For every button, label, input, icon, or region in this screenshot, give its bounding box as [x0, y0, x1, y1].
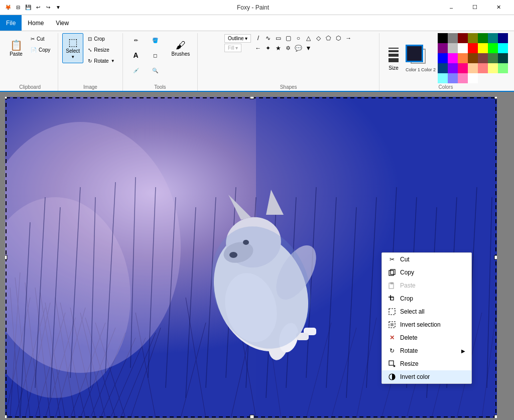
ctx-item-invert-color[interactable]: Invert color [382, 370, 471, 383]
shape-callout[interactable]: 💬 [293, 43, 303, 53]
shape-triangle[interactable]: △ [303, 33, 313, 43]
palette-color-9[interactable] [458, 43, 468, 53]
palette-color-7[interactable] [438, 43, 448, 53]
shape-ellipse[interactable]: ○ [293, 33, 303, 43]
palette-color-4[interactable] [478, 33, 488, 43]
copy-button[interactable]: 📄 Copy [27, 44, 54, 55]
palette-color-27[interactable] [498, 63, 508, 73]
palette-color-15[interactable] [448, 53, 458, 63]
canvas-area[interactable]: ✂CutCopyPasteCropSelect allInvert select… [0, 92, 514, 420]
palette-color-25[interactable] [478, 63, 488, 73]
palette-color-22[interactable] [448, 63, 458, 73]
invert-selection-ctx-label: Invert selection [400, 321, 441, 328]
shapes-content: Outline ▾ Fill ▾ / ∿ ▭ ▢ ○ △ ◇ ⬠ ⬡ → ← ✦… [223, 33, 353, 83]
minimize-button[interactable]: – [440, 0, 463, 15]
shape-curve[interactable]: ∿ [263, 33, 273, 43]
palette-color-28[interactable] [438, 73, 448, 83]
palette-color-3[interactable] [468, 33, 478, 43]
palette-color-24[interactable] [468, 63, 478, 73]
pencil-tool[interactable]: ✏ [127, 33, 145, 47]
color-picker-tool[interactable]: 💉 [127, 63, 145, 77]
color1-swatch[interactable] [406, 45, 423, 62]
palette-color-2[interactable] [458, 33, 468, 43]
fill-tool[interactable]: 🪣 [146, 33, 164, 47]
brushes-button[interactable]: 🖌 Brushes [168, 33, 194, 63]
shape-star4[interactable]: ✦ [263, 43, 273, 53]
color-selector: Color 1 Color 2 [406, 45, 436, 72]
eraser-icon: ◻ [153, 53, 157, 58]
palette-color-16[interactable] [458, 53, 468, 63]
palette-color-12[interactable] [488, 43, 498, 53]
save-icon[interactable]: 💾 [24, 4, 32, 12]
shape-pentagon[interactable]: ⬠ [323, 33, 333, 43]
shape-more[interactable]: ▼ [303, 43, 313, 53]
palette-color-20[interactable] [498, 53, 508, 63]
outline-dropdown[interactable]: Outline ▾ [224, 34, 251, 43]
rotate-button[interactable]: ↻ Rotate ▼ [84, 55, 118, 66]
menu-home[interactable]: Home [22, 15, 50, 31]
tools-content: ✏ 🪣 A ◻ 💉 🔍 🖌 Brushes [127, 33, 194, 83]
tools-label: Tools [154, 84, 166, 91]
palette-color-19[interactable] [488, 53, 498, 63]
quick-access-dropdown[interactable]: ▼ [54, 4, 62, 12]
eraser-tool[interactable]: ◻ [146, 48, 164, 62]
shape-line[interactable]: / [253, 33, 263, 43]
ribbon-group-image: ⬚ Select ▼ ⊡ Crop ⤡ Resize ↻ Rotate ▼ [58, 33, 122, 91]
palette-color-1[interactable] [448, 33, 458, 43]
paste-button[interactable]: 📋 Paste [6, 33, 26, 63]
text-tool[interactable]: A [127, 48, 145, 62]
palette-color-6[interactable] [498, 33, 508, 43]
ctx-item-invert-selection[interactable]: Invert selection [382, 318, 471, 331]
palette-color-30[interactable] [458, 73, 468, 83]
shape-diamond[interactable]: ◇ [313, 33, 323, 43]
palette-color-26[interactable] [488, 63, 498, 73]
undo-icon[interactable]: ↩ [34, 4, 42, 12]
palette-color-13[interactable] [498, 43, 508, 53]
palette-color-29[interactable] [448, 73, 458, 83]
magnify-tool[interactable]: 🔍 [146, 63, 164, 77]
canvas-image[interactable]: ✂CutCopyPasteCropSelect allInvert select… [5, 97, 497, 418]
shape-hexagon[interactable]: ⬡ [333, 33, 343, 43]
ctx-item-rotate[interactable]: ↻Rotate▶ [382, 344, 471, 357]
crop-button[interactable]: ⊡ Crop [84, 33, 118, 44]
shape-arrow-right[interactable]: → [343, 33, 353, 43]
size-button[interactable]: Size [383, 45, 404, 72]
redo-icon[interactable]: ↪ [44, 4, 52, 12]
shape-arrow-left[interactable]: ← [253, 43, 263, 53]
palette-color-0[interactable] [438, 33, 448, 43]
title-bar-icons[interactable]: 🦊 ⊟ 💾 ↩ ↪ ▼ [4, 4, 62, 12]
ctx-item-delete[interactable]: ✕Delete [382, 331, 471, 344]
delete-ctx-icon: ✕ [388, 334, 396, 342]
menu-view[interactable]: View [50, 15, 75, 31]
palette-color-14[interactable] [438, 53, 448, 63]
palette-color-18[interactable] [478, 53, 488, 63]
shape-rect[interactable]: ▭ [273, 33, 283, 43]
fill-dropdown[interactable]: Fill ▾ [224, 44, 242, 52]
palette-color-21[interactable] [438, 63, 448, 73]
ctx-item-select-all[interactable]: Select all [382, 305, 471, 318]
shape-star5[interactable]: ★ [273, 43, 283, 53]
palette-color-17[interactable] [468, 53, 478, 63]
ctx-item-crop[interactable]: Crop [382, 292, 471, 305]
cut-button[interactable]: ✂ Cut [27, 33, 54, 44]
maximize-button[interactable]: ☐ [463, 0, 486, 15]
menu-file[interactable]: File [0, 15, 22, 31]
select-button[interactable]: ⬚ Select ▼ [62, 33, 83, 63]
palette-color-11[interactable] [478, 43, 488, 53]
ctx-item-copy[interactable]: Copy [382, 266, 471, 279]
ctx-item-cut[interactable]: ✂Cut [382, 253, 471, 266]
resize-button[interactable]: ⤡ Resize [84, 44, 118, 55]
shape-star6[interactable]: ✡ [283, 43, 293, 53]
window-controls[interactable]: – ☐ ✕ [440, 0, 510, 15]
svg-rect-86 [494, 97, 497, 99]
palette-color-10[interactable] [468, 43, 478, 53]
palette-color-31[interactable] [468, 73, 478, 83]
new-icon[interactable]: ⊟ [14, 4, 22, 12]
palette-color-23[interactable] [458, 63, 468, 73]
shape-rounded-rect[interactable]: ▢ [283, 33, 293, 43]
close-button[interactable]: ✕ [487, 0, 510, 15]
palette-color-8[interactable] [448, 43, 458, 53]
fill-icon: 🪣 [152, 38, 158, 43]
ctx-item-resize[interactable]: Resize [382, 357, 471, 370]
palette-color-5[interactable] [488, 33, 498, 43]
